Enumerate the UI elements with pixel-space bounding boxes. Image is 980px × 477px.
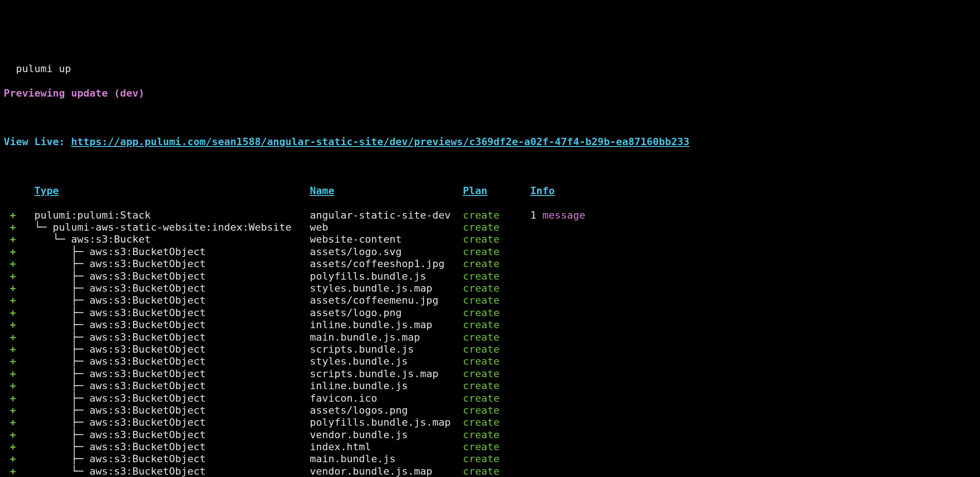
plan-action: create [463, 392, 530, 404]
view-live-line: View Live: https://app.pulumi.com/sean15… [4, 136, 976, 148]
resource-rows: + pulumi:pulumi:Stackangular-static-site… [4, 209, 976, 477]
plan-sign: + [4, 392, 34, 404]
resource-row: + ├─ aws:s3:BucketObjectmain.bundle.js.m… [4, 331, 976, 343]
resource-name: main.bundle.js.map [310, 331, 463, 343]
resource-name: web [310, 221, 463, 233]
resource-type: pulumi:pulumi:Stack [34, 209, 310, 221]
resource-name: vendor.bundle.js [310, 429, 463, 441]
resource-type: ├─ aws:s3:BucketObject [34, 380, 310, 392]
info-cell: 1 message [530, 209, 585, 221]
previewing-line: Previewing update (dev) [4, 87, 976, 99]
plan-action: create [463, 465, 530, 477]
resource-row: + ├─ aws:s3:BucketObjectstyles.bundle.js… [4, 355, 976, 367]
resource-type: └─ aws:s3:BucketObject [34, 465, 310, 477]
command-line: pulumi up [4, 63, 976, 75]
plan-sign: + [4, 209, 34, 221]
plan-action: create [463, 209, 530, 221]
plan-action: create [463, 429, 530, 441]
header-type: Type [34, 185, 310, 197]
plan-action: create [463, 343, 530, 355]
view-live-url[interactable]: https://app.pulumi.com/sean1588/angular-… [71, 136, 690, 147]
resource-name: assets/logo.svg [310, 246, 463, 258]
resource-row: + ├─ aws:s3:BucketObjectscripts.bundle.j… [4, 368, 976, 380]
header-plan: Plan [463, 185, 530, 197]
plan-action: create [463, 368, 530, 380]
plan-sign: + [4, 221, 34, 233]
previewing-label: Previewing update (dev) [4, 87, 145, 99]
plan-sign: + [4, 270, 34, 282]
plan-sign: + [4, 355, 34, 367]
plan-action: create [463, 441, 530, 453]
resource-type: ├─ aws:s3:BucketObject [34, 416, 310, 428]
resource-name: polyfills.bundle.js [310, 270, 463, 282]
resource-name: index.html [310, 441, 463, 453]
plan-action: create [463, 233, 530, 245]
resource-row: + ├─ aws:s3:BucketObjectassets/coffeesho… [4, 258, 976, 270]
resource-row: + └─ pulumi-aws-static-website:index:Web… [4, 221, 976, 233]
plan-sign: + [4, 331, 34, 343]
header-row: TypeNamePlanInfo [4, 185, 976, 197]
resource-row: + └─ aws:s3:Bucketwebsite-contentcreate [4, 233, 976, 245]
header-name: Name [310, 185, 463, 197]
resource-name: website-content [310, 233, 463, 245]
plan-action: create [463, 331, 530, 343]
resource-type: ├─ aws:s3:BucketObject [34, 392, 310, 404]
plan-sign: + [4, 441, 34, 453]
resource-name: assets/logos.png [310, 404, 463, 416]
plan-sign: + [4, 307, 34, 319]
plan-action: create [463, 258, 530, 270]
plan-sign: + [4, 343, 34, 355]
resource-name: inline.bundle.js.map [310, 319, 463, 331]
plan-sign: + [4, 246, 34, 258]
resource-name: vendor.bundle.js.map [310, 465, 463, 477]
resource-type: ├─ aws:s3:BucketObject [34, 355, 310, 367]
plan-action: create [463, 307, 530, 319]
resource-type: ├─ aws:s3:BucketObject [34, 307, 310, 319]
plan-action: create [463, 270, 530, 282]
resource-type: └─ pulumi-aws-static-website:index:Websi… [34, 221, 310, 233]
plan-sign: + [4, 282, 34, 294]
info-message: message [536, 209, 585, 221]
resource-type: ├─ aws:s3:BucketObject [34, 294, 310, 306]
blank-line [4, 112, 976, 124]
resource-row: + ├─ aws:s3:BucketObjectpolyfills.bundle… [4, 270, 976, 282]
resource-type: ├─ aws:s3:BucketObject [34, 282, 310, 294]
plan-action: create [463, 294, 530, 306]
resource-type: ├─ aws:s3:BucketObject [34, 368, 310, 380]
resource-row: + ├─ aws:s3:BucketObjectinline.bundle.js… [4, 380, 976, 392]
view-live-label: View Live: [4, 136, 71, 147]
resource-row: + ├─ aws:s3:BucketObjectfavicon.icocreat… [4, 392, 976, 404]
resource-type: └─ aws:s3:Bucket [34, 233, 310, 245]
resource-type: ├─ aws:s3:BucketObject [34, 441, 310, 453]
info-count: 1 [530, 209, 536, 221]
resource-type: ├─ aws:s3:BucketObject [34, 331, 310, 343]
resource-row: + ├─ aws:s3:BucketObjectassets/logos.png… [4, 404, 976, 416]
resource-name: main.bundle.js [310, 453, 463, 465]
resource-name: inline.bundle.js [310, 380, 463, 392]
plan-action: create [463, 416, 530, 428]
resource-name: scripts.bundle.js [310, 343, 463, 355]
resource-row: + ├─ aws:s3:BucketObjectassets/coffeemen… [4, 294, 976, 306]
resource-type: ├─ aws:s3:BucketObject [34, 343, 310, 355]
resource-name: assets/coffeemenu.jpg [310, 294, 463, 306]
plan-sign: + [4, 368, 34, 380]
plan-action: create [463, 282, 530, 294]
resource-row: + ├─ aws:s3:BucketObjectassets/logo.svgc… [4, 246, 976, 258]
resource-name: scripts.bundle.js.map [310, 368, 463, 380]
plan-action: create [463, 404, 530, 416]
resource-row: + pulumi:pulumi:Stackangular-static-site… [4, 209, 976, 221]
resource-type: ├─ aws:s3:BucketObject [34, 270, 310, 282]
resource-type: ├─ aws:s3:BucketObject [34, 404, 310, 416]
command-text: pulumi up [16, 63, 71, 74]
plan-action: create [463, 319, 530, 331]
resource-row: + └─ aws:s3:BucketObjectvendor.bundle.js… [4, 465, 976, 477]
resource-row: + ├─ aws:s3:BucketObjectassets/logo.pngc… [4, 307, 976, 319]
resource-name: favicon.ico [310, 392, 463, 404]
resource-row: + ├─ aws:s3:BucketObjectvendor.bundle.js… [4, 429, 976, 441]
resource-name: styles.bundle.js [310, 355, 463, 367]
plan-sign: + [4, 465, 34, 477]
resource-row: + ├─ aws:s3:BucketObjectinline.bundle.js… [4, 319, 976, 331]
plan-action: create [463, 221, 530, 233]
plan-sign: + [4, 380, 34, 392]
plan-sign: + [4, 453, 34, 465]
